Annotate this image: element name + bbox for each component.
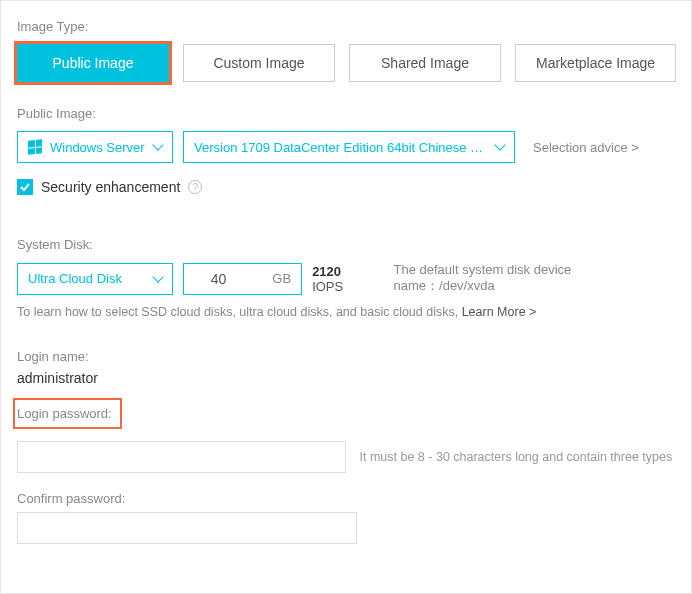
login-password-label: Login password: [17,402,118,425]
selection-advice-link[interactable]: Selection advice > [533,140,639,155]
security-row: Security enhancement ? [17,179,675,195]
learn-more-link[interactable]: Learn More > [462,305,537,319]
security-checkbox[interactable] [17,179,33,195]
os-dropdown-label: Windows Server [50,140,145,155]
tab-marketplace-image[interactable]: Marketplace Image [515,44,676,82]
iops-value: 2120 [312,264,341,279]
help-icon[interactable]: ? [188,180,202,194]
version-dropdown[interactable]: Version 1709 DataCenter Edition 64bit Ch… [183,131,515,163]
login-name-label: Login name: [17,349,675,364]
iops-text: 2120 IOPS [312,264,375,294]
chevron-down-icon [494,139,505,150]
windows-icon [28,140,42,154]
confirm-password-row [17,512,675,544]
login-password-input[interactable] [17,441,346,473]
confirm-password-label: Confirm password: [17,491,675,506]
disk-size-field[interactable]: GB [183,263,303,295]
system-disk-label: System Disk: [17,237,675,252]
public-image-label: Public Image: [17,106,675,121]
chevron-down-icon [152,271,163,282]
learn-more-row: To learn how to select SSD cloud disks, … [17,305,675,319]
system-disk-row: Ultra Cloud Disk GB 2120 IOPS The defaul… [17,262,675,295]
tab-shared-image[interactable]: Shared Image [349,44,501,82]
learn-more-text: To learn how to select SSD cloud disks, … [17,305,462,319]
iops-label: IOPS [312,279,343,294]
disk-type-dropdown[interactable]: Ultra Cloud Disk [17,263,173,295]
security-label: Security enhancement [41,179,180,195]
public-image-row: Windows Server Version 1709 DataCenter E… [17,131,675,163]
disk-type-label: Ultra Cloud Disk [28,271,122,286]
chevron-down-icon [152,139,163,150]
confirm-password-input[interactable] [17,512,357,544]
check-icon [19,181,31,193]
tab-public-image[interactable]: Public Image [17,44,169,82]
tab-custom-image[interactable]: Custom Image [183,44,335,82]
image-type-label: Image Type: [17,19,675,34]
image-type-tabs: Public Image Custom Image Shared Image M… [17,44,675,82]
disk-size-unit: GB [272,271,291,286]
login-password-hint: It must be 8 - 30 characters long and co… [360,450,675,464]
os-dropdown[interactable]: Windows Server [17,131,173,163]
login-name-value: administrator [17,370,675,386]
login-password-row: It must be 8 - 30 characters long and co… [17,441,675,473]
version-dropdown-label: Version 1709 DataCenter Edition 64bit Ch… [194,140,483,155]
device-name-hint: The default system disk device name：/dev… [394,262,675,295]
disk-size-input[interactable] [194,271,244,287]
